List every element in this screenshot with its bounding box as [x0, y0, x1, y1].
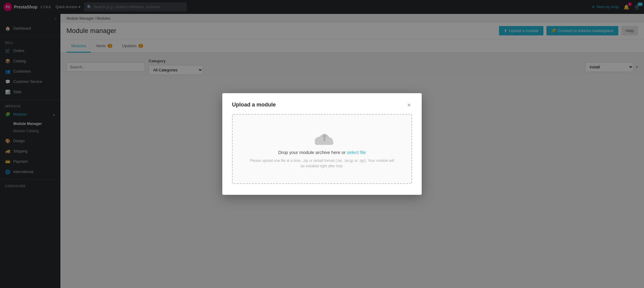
- file-drop-zone[interactable]: Drop your module archive here or select …: [232, 114, 412, 184]
- svg-rect-3: [315, 141, 333, 145]
- modal-overlay[interactable]: Upload a module × Drop your module archi…: [0, 0, 644, 288]
- select-file-link[interactable]: select file: [347, 150, 366, 155]
- upload-cloud-icon: [312, 129, 332, 145]
- modal-close-button[interactable]: ×: [406, 102, 412, 108]
- modal-header: Upload a module ×: [232, 102, 412, 108]
- drop-zone-hint: Please upload one file at a time, .zip o…: [250, 158, 394, 169]
- modal-title: Upload a module: [232, 102, 276, 108]
- drop-zone-text: Drop your module archive here or select …: [242, 150, 402, 155]
- upload-module-modal: Upload a module × Drop your module archi…: [222, 93, 422, 195]
